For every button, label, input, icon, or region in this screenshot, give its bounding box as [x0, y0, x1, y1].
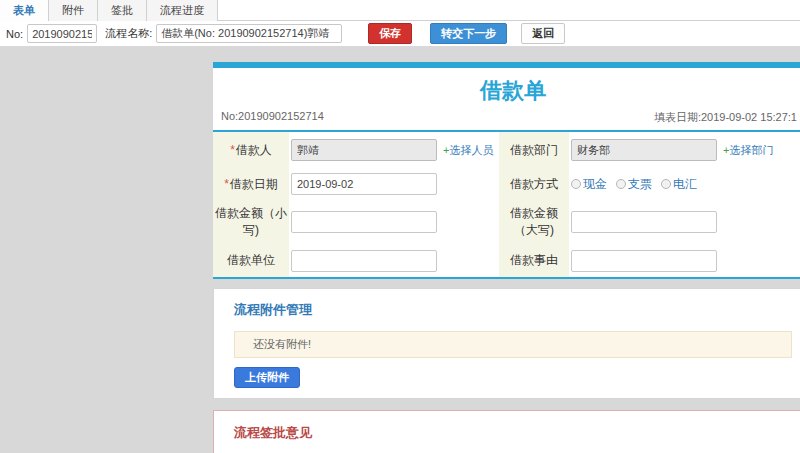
tab-bar: 表单 附件 签批 流程进度 — [0, 0, 800, 21]
form-number-text: No:20190902152714 — [221, 110, 324, 125]
form-row-3: 借款金额（小写) 借款金额（大写) — [213, 200, 800, 244]
reason-input[interactable] — [571, 250, 717, 272]
method-option-wire[interactable]: 电汇 — [661, 176, 697, 193]
amount-small-label: 借款金额（小写) — [213, 200, 289, 244]
method-option-cash[interactable]: 现金 — [571, 176, 607, 193]
back-button[interactable]: 返回 — [521, 23, 565, 44]
amount-small-input[interactable] — [291, 211, 437, 233]
attachments-panel: 流程附件管理 还没有附件! 上传附件 — [213, 288, 800, 399]
form-date-text: 填表日期:2019-09-02 15:27:1 — [654, 110, 797, 125]
unit-label: 借款单位 — [213, 244, 289, 277]
attachments-heading: 流程附件管理 — [234, 301, 792, 319]
save-button[interactable]: 保存 — [368, 23, 412, 44]
process-name-input[interactable] — [156, 24, 342, 43]
form-fields: *借款人 +选择人员 借款部门 +选择部门 *借款日期 借款方式 — [213, 132, 800, 279]
loan-form-panel: 借款单 No:20190902152714 填表日期:2019-09-02 15… — [213, 62, 800, 279]
loan-date-label: *借款日期 — [213, 168, 289, 200]
form-row-2: *借款日期 借款方式 现金 支票 电汇 — [213, 168, 800, 200]
required-mark: * — [230, 143, 235, 157]
form-title: 借款单 — [213, 68, 800, 110]
radio-icon[interactable] — [616, 179, 626, 189]
method-label: 借款方式 — [499, 168, 569, 200]
method-option-cheque[interactable]: 支票 — [616, 176, 652, 193]
tab-form[interactable]: 表单 — [0, 0, 49, 21]
loan-date-input[interactable] — [291, 173, 437, 195]
form-row-1: *借款人 +选择人员 借款部门 +选择部门 — [213, 132, 800, 168]
no-label: No: — [6, 28, 23, 40]
department-label: 借款部门 — [499, 132, 569, 168]
form-info-row: No:20190902152714 填表日期:2019-09-02 15:27:… — [213, 110, 800, 130]
approval-heading: 流程签批意见 — [234, 424, 792, 442]
forward-next-button[interactable]: 转交下一步 — [430, 23, 507, 44]
unit-input[interactable] — [291, 250, 437, 272]
tab-approval[interactable]: 签批 — [98, 0, 147, 21]
form-row-4: 借款单位 借款事由 — [213, 244, 800, 277]
amount-big-input[interactable] — [571, 211, 717, 233]
no-attachments-message: 还没有附件! — [234, 331, 792, 358]
radio-icon[interactable] — [571, 179, 581, 189]
approval-panel: 流程签批意见 B I abc ✎ ∞ ∞ ⚑ ≡ ≡ ⇤ ⇥ ” 样式 ▾ 格式… — [213, 410, 800, 453]
amount-big-label: 借款金额（大写) — [499, 200, 569, 244]
borrower-label: *借款人 — [213, 132, 289, 168]
radio-icon[interactable] — [661, 179, 671, 189]
no-input[interactable] — [27, 24, 97, 43]
tab-progress[interactable]: 流程进度 — [147, 0, 218, 21]
department-input[interactable] — [571, 139, 717, 161]
select-department-link[interactable]: +选择部门 — [723, 143, 773, 158]
toolbar: No: 流程名称: 保存 转交下一步 返回 — [0, 21, 800, 47]
upload-attachment-button[interactable]: 上传附件 — [234, 367, 300, 388]
select-person-link[interactable]: +选择人员 — [443, 143, 493, 158]
required-mark: * — [224, 177, 229, 191]
borrower-input[interactable] — [291, 139, 437, 161]
reason-label: 借款事由 — [499, 244, 569, 277]
tab-attachment[interactable]: 附件 — [49, 0, 98, 21]
process-name-label: 流程名称: — [105, 26, 152, 41]
